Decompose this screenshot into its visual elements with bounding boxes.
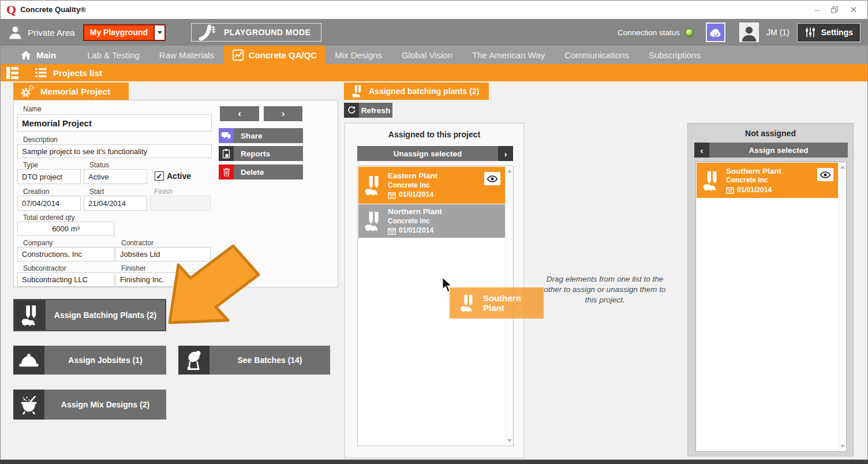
company-field[interactable]	[17, 247, 114, 261]
minimize-button[interactable]: –	[815, 5, 820, 14]
tab-label: Main	[36, 50, 56, 60]
trash-icon	[219, 164, 234, 179]
tab-label: Lab & Testing	[87, 50, 140, 60]
restore-icon[interactable]	[831, 6, 838, 13]
batching-plant-icon	[459, 293, 476, 313]
content-area: Memorial Project Name Description Type S…	[1, 81, 867, 459]
checkbox-check-icon: ✓	[155, 171, 164, 181]
tab-main[interactable]: Main	[20, 46, 66, 64]
avatar[interactable]	[739, 23, 759, 42]
toolbar: Private Area My Playground PLAYGROUND MO…	[1, 19, 867, 46]
private-area-label: Private Area	[28, 28, 75, 38]
tab-label: Concrete QA/QC	[249, 50, 317, 60]
playground-mode-button[interactable]: PLAYGROUND MODE	[191, 23, 321, 42]
playground-selector-value: My Playground	[84, 25, 154, 40]
description-field[interactable]	[17, 144, 212, 158]
assign-batching-plants-label: Assign Batching Plants (2)	[46, 300, 165, 330]
subcontractor-label: Subcontractor	[23, 264, 66, 272]
playground-mode-label: PLAYGROUND MODE	[224, 28, 310, 37]
status-field[interactable]	[84, 169, 147, 184]
eye-icon	[487, 175, 498, 183]
scroll-up-icon[interactable]	[840, 166, 845, 169]
plant-name: Eastern Plant	[388, 171, 437, 181]
view-plant-button[interactable]	[817, 168, 833, 181]
subcontractor-field[interactable]	[17, 272, 114, 287]
chevron-left-icon: ‹	[694, 143, 709, 158]
tab-label: Global Vision	[402, 50, 452, 60]
creation-label: Creation	[23, 188, 49, 196]
see-batches-button[interactable]: See Batches (14)	[178, 346, 330, 375]
batching-plant-icon	[701, 170, 721, 192]
drag-ghost-southern-plant[interactable]: Southern Plant	[450, 287, 544, 319]
list-item-northern-plant[interactable]: Northern Plant Concrete Inc 01/01/2014	[358, 204, 505, 238]
list-item-southern-plant[interactable]: Southern Plant Concrete Inc 01/01/2014	[697, 163, 838, 198]
tab-memorial-project[interactable]: Memorial Project	[13, 83, 129, 100]
ribbon-bar: Projects list	[1, 64, 867, 81]
unassign-selected-button[interactable]: Unassign selected ›	[357, 146, 513, 161]
title-bar: Q Concrete Quality® – ✕	[1, 1, 867, 19]
list-item-eastern-plant[interactable]: Eastern Plant Concrete Inc 01/01/2014	[358, 167, 505, 204]
scroll-down-icon[interactable]	[507, 439, 512, 442]
eye-icon	[820, 171, 831, 179]
tab-american-way[interactable]: The American Way	[462, 46, 555, 64]
batching-plant-icon	[363, 210, 383, 232]
assign-selected-button[interactable]: ‹ Assign selected	[694, 143, 848, 158]
playground-selector[interactable]: My Playground	[83, 24, 166, 41]
view-plant-button[interactable]	[484, 172, 500, 185]
plant-company: Concrete Inc	[726, 176, 781, 185]
not-assigned-list: Southern Plant Concrete Inc 01/01/2014	[695, 162, 847, 452]
type-field[interactable]	[17, 169, 81, 184]
qty-field[interactable]	[17, 222, 114, 236]
chart-icon	[232, 49, 244, 61]
company-label: Company	[23, 239, 53, 247]
tab-raw-materials[interactable]: Raw Materials	[149, 46, 224, 64]
qty-label: Total ordered qty	[23, 214, 74, 222]
settings-button[interactable]: Settings	[797, 23, 860, 42]
project-tab-label: Memorial Project	[40, 87, 110, 96]
delete-button[interactable]: Delete	[219, 164, 303, 179]
plant-name: Southern Plant	[726, 166, 781, 177]
connection-status-indicator	[685, 28, 694, 37]
active-checkbox[interactable]: ✓ Active	[155, 171, 191, 181]
assign-mix-designs-button[interactable]: Assign Mix Designs (2)	[13, 390, 166, 420]
main-tab-bar: Main Lab & Testing Raw Materials Concret…	[1, 46, 867, 64]
tab-subscriptions[interactable]: Subscriptions	[639, 46, 710, 64]
assign-mix-designs-label: Assign Mix Designs (2)	[44, 390, 166, 420]
share-icon	[219, 128, 234, 143]
tab-concrete-qaqc[interactable]: Concrete QA/QC	[224, 46, 325, 64]
scroll-up-icon[interactable]	[507, 170, 512, 173]
share-label: Share	[234, 128, 303, 143]
reports-button[interactable]: Reports	[219, 146, 303, 161]
assign-jobsites-label: Assign Jobsites (1)	[44, 346, 166, 375]
not-assigned-panel: Not assigned ‹ Assign selected Southern …	[687, 123, 854, 456]
assign-jobsites-button[interactable]: Assign Jobsites (1)	[13, 346, 166, 375]
assign-batching-plants-button[interactable]: Assign Batching Plants (2)	[13, 299, 166, 331]
calendar-icon	[388, 227, 396, 235]
tab-mix-designs[interactable]: Mix Designs	[325, 46, 392, 64]
tab-global-vision[interactable]: Global Vision	[392, 46, 462, 64]
start-field[interactable]	[84, 196, 147, 211]
tab-lab-testing[interactable]: Lab & Testing	[77, 46, 149, 64]
projects-grid-icon[interactable]	[5, 66, 20, 80]
description-label: Description	[23, 136, 58, 144]
tab-label: Mix Designs	[335, 50, 382, 60]
close-button[interactable]: ✕	[850, 5, 857, 14]
finish-field[interactable]	[150, 196, 211, 211]
chevron-down-icon[interactable]	[154, 25, 164, 40]
finisher-field[interactable]	[115, 272, 211, 287]
name-label: Name	[23, 105, 42, 113]
refresh-button[interactable]: Refresh	[344, 103, 392, 118]
next-record-button[interactable]: ›	[264, 106, 302, 121]
creation-field[interactable]	[17, 196, 81, 211]
drag-hint-text: Drag elements from one list to the other…	[541, 274, 669, 306]
tab-assigned-batching-plants[interactable]: Assigned batching plants (2)	[344, 83, 489, 100]
cloud-sync-button[interactable]	[706, 23, 725, 42]
scroll-down-icon[interactable]	[840, 445, 845, 448]
name-field[interactable]	[17, 114, 212, 132]
share-button[interactable]: Share	[219, 128, 303, 143]
tab-communications[interactable]: Communications	[555, 46, 639, 64]
list-icon[interactable]	[20, 66, 47, 79]
previous-record-button[interactable]: ‹	[220, 106, 259, 121]
scrollbar[interactable]	[838, 163, 845, 451]
contractor-field[interactable]	[115, 247, 211, 261]
